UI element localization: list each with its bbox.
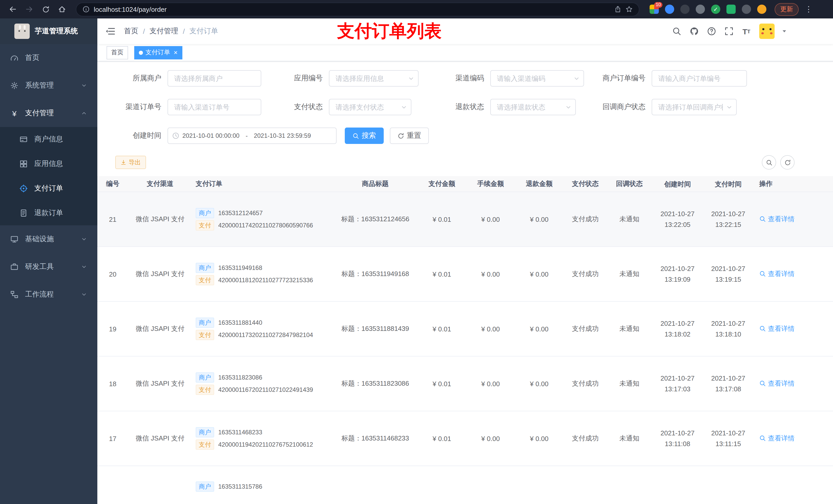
sidebar-item-home[interactable]: 首页	[0, 44, 97, 72]
extension-grid-icon[interactable]: 10	[649, 5, 659, 14]
extension-chat-icon[interactable]	[727, 5, 736, 14]
export-button[interactable]: 导出	[115, 156, 146, 169]
user-avatar[interactable]	[759, 24, 775, 39]
help-icon[interactable]	[707, 27, 716, 36]
sidebar-item-app-info[interactable]: 应用信息	[0, 152, 97, 176]
search-button[interactable]: 搜索	[345, 127, 384, 144]
sidebar-item-infra[interactable]: 基础设施	[0, 225, 97, 253]
refund-status-select[interactable]	[491, 99, 575, 115]
toggle-search-button[interactable]	[762, 155, 776, 170]
search-icon	[759, 435, 766, 442]
view-detail-link[interactable]: 查看详情	[759, 215, 794, 224]
view-detail-link[interactable]: 查看详情	[759, 434, 794, 443]
merchant-tag: 商户	[196, 208, 214, 218]
merchant-order-no-input[interactable]	[652, 71, 746, 86]
sidebar-item-pay-order[interactable]: 支付订单	[0, 176, 97, 201]
sidebar-item-merchant-info[interactable]: 商户信息	[0, 127, 97, 152]
dashboard-icon	[10, 54, 19, 62]
view-detail-link[interactable]: 查看详情	[759, 379, 794, 388]
navbar-actions: TT	[672, 24, 825, 39]
extension-check-icon[interactable]: ✓	[711, 5, 720, 14]
search-icon	[759, 271, 766, 278]
fullscreen-icon[interactable]	[724, 27, 734, 36]
tab-pay-order[interactable]: 支付订单 ×	[134, 46, 182, 59]
screen: localhost:1024/pay/order 10 ✓ 更新 ⋮ 芋道管理系…	[0, 0, 833, 504]
monitor-icon	[10, 235, 19, 243]
address-bar[interactable]: localhost:1024/pay/order	[76, 2, 639, 16]
chevron-down-icon	[726, 104, 733, 111]
browser-toolbar: localhost:1024/pay/order 10 ✓ 更新 ⋮	[0, 0, 833, 19]
sidebar-item-workflow[interactable]: 工作流程	[0, 281, 97, 308]
refresh-table-button[interactable]	[780, 155, 794, 170]
breadcrumb-home[interactable]: 首页	[124, 27, 138, 36]
browser-back-button[interactable]	[6, 3, 20, 16]
view-detail-link[interactable]: 查看详情	[759, 269, 794, 279]
merchant-input[interactable]	[168, 71, 261, 86]
site-info-icon[interactable]	[82, 6, 90, 13]
channel-code-select[interactable]	[491, 71, 584, 86]
extension-dark-icon[interactable]	[680, 5, 690, 14]
bookmark-star-icon[interactable]	[625, 6, 633, 13]
search-icon	[353, 133, 359, 139]
chevron-down-icon	[573, 75, 580, 82]
merchant-tag: 商户	[196, 317, 214, 328]
payment-submenu: 商户信息 应用信息 支付订单 退款订单	[0, 127, 97, 225]
browser-update-button[interactable]: 更新	[775, 3, 799, 16]
merchant-order-no: 1635311468233	[218, 429, 262, 436]
browser-home-button[interactable]	[55, 3, 69, 16]
sidebar-item-system[interactable]: 系统管理	[0, 72, 97, 99]
header-search-icon[interactable]	[672, 27, 681, 36]
view-detail-link[interactable]: 查看详情	[759, 324, 794, 333]
font-size-icon[interactable]: TT	[742, 27, 751, 36]
merchant-order-no: 1635312124657	[218, 210, 263, 217]
reset-button[interactable]: 重置	[390, 127, 429, 144]
pay-status-select[interactable]	[329, 99, 411, 115]
notify-status-select[interactable]	[652, 99, 736, 115]
extension-gray-icon[interactable]	[696, 5, 705, 14]
search-icon	[759, 326, 766, 332]
gear-icon	[10, 81, 19, 90]
table-row: 17 微信 JSAPI 支付 商户1635311468233 支付4200001…	[97, 411, 833, 466]
toolbox-icon	[10, 263, 19, 271]
app-select[interactable]	[329, 71, 418, 86]
orders-table: 编号 支付渠道 支付订单 商品标题 支付金额 手续金额 退款金额 支付状态 回调…	[97, 176, 833, 504]
pay-order-no: 4200001167202110271022491439	[218, 386, 313, 393]
refund-status-label: 退款状态	[423, 102, 490, 112]
chevron-down-icon	[81, 236, 87, 242]
table-row-partial: 商户1635311315786	[97, 466, 833, 504]
yen-icon: ¥	[10, 109, 19, 118]
pay-tag: 支付	[196, 220, 214, 231]
close-icon[interactable]: ×	[174, 49, 177, 56]
sidebar-logo[interactable]: 芋道管理系统	[0, 19, 97, 44]
merchant-tag: 商户	[196, 263, 214, 273]
clock-icon	[172, 132, 179, 139]
share-icon[interactable]	[614, 6, 621, 13]
pay-status-label: 支付状态	[261, 102, 329, 112]
table-row: 18 微信 JSAPI 支付 商户1635311823086 支付4200001…	[97, 357, 833, 411]
github-icon[interactable]	[690, 27, 699, 36]
breadcrumb-pay-mgmt[interactable]: 支付管理	[149, 27, 178, 36]
merchant-tag: 商户	[196, 373, 214, 383]
create-time-range-picker[interactable]: 2021-10-01 00:00:00 - 2021-10-31 23:59:5…	[168, 127, 337, 144]
extension-face-icon[interactable]	[757, 5, 766, 14]
sidebar-menu: 首页 系统管理 ¥ 支付管理 商户信息	[0, 44, 97, 308]
pay-tag: 支付	[196, 385, 214, 395]
avatar-caret-icon[interactable]	[780, 27, 789, 36]
channel-order-no-input[interactable]	[168, 99, 261, 115]
chevron-down-icon	[401, 104, 407, 111]
browser-reload-button[interactable]	[39, 3, 52, 16]
sidebar-item-devtools[interactable]: 研发工具	[0, 253, 97, 281]
browser-forward-button[interactable]	[23, 3, 36, 16]
sidebar: 芋道管理系统 首页 系统管理 ¥ 支付管理	[0, 19, 97, 504]
tab-home[interactable]: 首页	[106, 46, 128, 59]
sidebar-item-payment[interactable]: ¥ 支付管理	[0, 99, 97, 127]
filter-row-2: 渠道订单号 支付状态 退款状态 回调商户状态	[97, 99, 833, 115]
extension-drop-icon[interactable]	[665, 5, 674, 14]
sidebar-item-refund-order[interactable]: 退款订单	[0, 201, 97, 225]
merchant-label: 所属商户	[100, 74, 168, 83]
main-area: 首页 / 支付管理 / 支付订单 支付订单列表 TT	[97, 19, 833, 504]
sidebar-toggle-icon[interactable]	[105, 26, 116, 37]
extension-pin-icon[interactable]	[742, 5, 751, 14]
browser-menu-icon[interactable]: ⋮	[805, 5, 813, 14]
chevron-up-icon	[81, 110, 87, 116]
